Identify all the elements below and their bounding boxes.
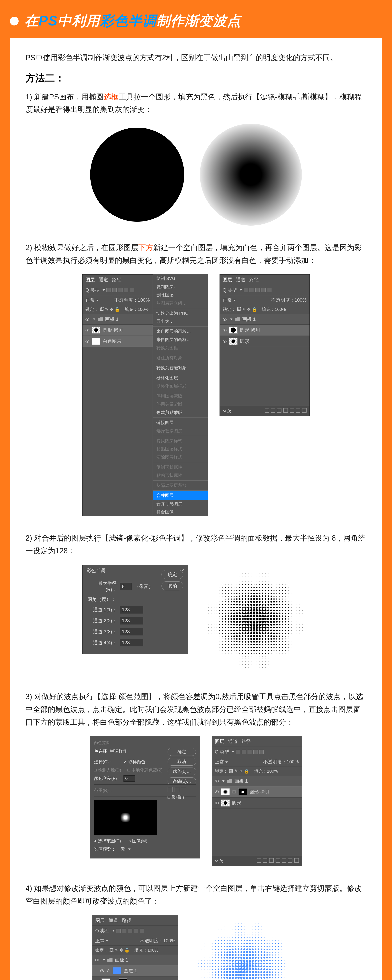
eyedropper-sub-icon[interactable] [181, 787, 186, 792]
opacity-value[interactable]: 100% [287, 759, 299, 764]
opacity-value[interactable]: 100% [163, 938, 175, 943]
blend-mode[interactable]: 正常 [215, 759, 224, 764]
cancel-button[interactable]: 取消 [161, 581, 183, 590]
chevron-down-icon[interactable] [233, 300, 236, 301]
filter-icon[interactable] [244, 288, 248, 292]
max-radius-input[interactable]: 8 [120, 583, 132, 590]
menu-item[interactable]: 合并可见图层 [153, 500, 208, 508]
fuzziness-input[interactable]: 0 [123, 775, 135, 782]
tab[interactable]: 色选择 [94, 748, 107, 754]
filter-icon[interactable] [255, 288, 260, 292]
visibility-icon[interactable] [86, 318, 89, 321]
layer-row[interactable]: 白色图层 [83, 336, 153, 347]
channel-input[interactable]: 128 [120, 617, 143, 624]
tab-layers[interactable]: 图层 [215, 738, 224, 745]
layer-row[interactable]: ⊡ 圆形 拷贝 [92, 977, 178, 980]
preview-dropdown[interactable]: 无 [121, 846, 125, 852]
filter-icon[interactable] [122, 929, 126, 933]
filter-icon[interactable] [259, 750, 264, 754]
layer-row[interactable]: 圆形 拷贝 [220, 325, 309, 336]
checkbox[interactable]: □ 本地化颜色簇(Z) [127, 767, 163, 773]
chevron-down-icon[interactable] [103, 959, 105, 961]
tab-channels[interactable]: 通道 [99, 277, 108, 283]
chevron-down-icon[interactable] [225, 762, 228, 763]
tab[interactable]: 半调样作 [110, 748, 127, 754]
tab-layers[interactable]: 图层 [86, 277, 95, 283]
channel-input[interactable]: 128 [120, 639, 143, 646]
ok-button[interactable]: 确定 [161, 570, 183, 579]
menu-item[interactable]: 复制 SVG [153, 274, 208, 283]
menu-item[interactable]: 拼合图像 [153, 508, 208, 516]
fx-icon[interactable] [271, 408, 275, 412]
layer-row[interactable]: 圆形 [220, 336, 309, 347]
new-layer-icon[interactable] [296, 408, 300, 412]
layer-group[interactable]: 画板 1 [92, 955, 178, 965]
layer-row[interactable]: ↵ 图层 1 [92, 965, 178, 977]
eyedropper-add-icon[interactable] [174, 787, 179, 792]
chevron-down-icon[interactable] [106, 940, 108, 942]
folder-icon[interactable] [290, 408, 294, 412]
tab-paths[interactable]: 路径 [122, 917, 131, 924]
filter-icon[interactable] [140, 929, 144, 933]
chevron-down-icon[interactable] [102, 289, 105, 291]
range-slider[interactable] [94, 796, 196, 797]
chevron-down-icon[interactable] [232, 751, 234, 752]
filter-icon[interactable] [253, 750, 258, 754]
ok-button[interactable]: 确定 [167, 748, 196, 756]
layer-group[interactable]: 画板 1 [83, 314, 153, 325]
eyedropper-icon[interactable] [167, 787, 173, 792]
filter-icon[interactable] [247, 750, 252, 754]
mask-icon[interactable] [269, 858, 274, 862]
filter-icon[interactable] [134, 929, 138, 933]
menu-item[interactable]: 来自图层的画板… [153, 327, 208, 336]
visibility-icon[interactable] [215, 780, 219, 783]
filter-icon[interactable] [130, 288, 134, 292]
visibility-icon[interactable] [215, 802, 219, 804]
tab-channels[interactable]: 通道 [236, 277, 245, 283]
select-dropdown[interactable]: ✓ 取样颜色 [123, 759, 145, 765]
filter-icon[interactable] [112, 288, 116, 292]
opacity-value[interactable]: 100% [138, 298, 150, 302]
channel-input[interactable]: 128 [120, 628, 143, 635]
menu-item[interactable]: 快速导出为 PNG [153, 309, 208, 317]
filter-icon[interactable] [116, 929, 121, 933]
chevron-down-icon[interactable] [222, 780, 225, 782]
tab-channels[interactable]: 通道 [228, 738, 237, 745]
tab-layers[interactable]: 图层 [95, 917, 105, 924]
trash-icon[interactable] [295, 858, 299, 862]
layer-group[interactable]: 画板 1 [212, 776, 302, 786]
radio[interactable]: ● 选择范围(E) [94, 838, 121, 844]
menu-item[interactable]: 创建剪贴蒙版 [153, 409, 208, 417]
adjustment-icon[interactable] [276, 858, 280, 862]
link-icon[interactable] [257, 858, 261, 862]
folder-icon[interactable] [282, 858, 286, 862]
visibility-icon[interactable] [95, 959, 99, 961]
filter-icon[interactable] [128, 929, 132, 933]
blend-mode[interactable]: 正常 [95, 938, 105, 943]
radio[interactable]: ○ 图像(M) [128, 838, 147, 844]
visibility-icon[interactable] [215, 791, 219, 793]
visibility-icon[interactable] [223, 329, 226, 331]
trash-icon[interactable] [302, 408, 306, 412]
fuzziness-slider[interactable] [94, 784, 196, 785]
invert-checkbox[interactable]: □ 反相(I) [167, 794, 196, 800]
layer-row[interactable]: ⊡ 圆形 拷贝 [212, 786, 302, 797]
filter-icon[interactable] [107, 288, 111, 292]
layer-row[interactable]: 圆形 拷贝 [83, 325, 153, 336]
filter-icon[interactable] [242, 750, 246, 754]
fx-icon[interactable] [263, 858, 267, 862]
link-icon[interactable] [265, 408, 269, 412]
blend-mode[interactable]: 正常 [223, 298, 232, 302]
menu-item[interactable]: 导出为… [153, 317, 208, 326]
adjustment-icon[interactable] [284, 408, 288, 412]
layer-group[interactable]: 画板 1 [220, 314, 309, 325]
filter-icon[interactable] [267, 288, 271, 292]
chevron-down-icon[interactable] [93, 318, 95, 320]
menu-item[interactable]: 转换为智能对象 [153, 364, 208, 372]
new-layer-icon[interactable] [288, 858, 292, 862]
blend-mode[interactable]: 正常 [86, 298, 95, 302]
filter-icon[interactable] [124, 288, 128, 292]
visibility-icon[interactable] [223, 340, 226, 343]
visibility-icon[interactable] [86, 340, 89, 343]
menu-item[interactable]: 来自图层的画框… [153, 336, 208, 344]
